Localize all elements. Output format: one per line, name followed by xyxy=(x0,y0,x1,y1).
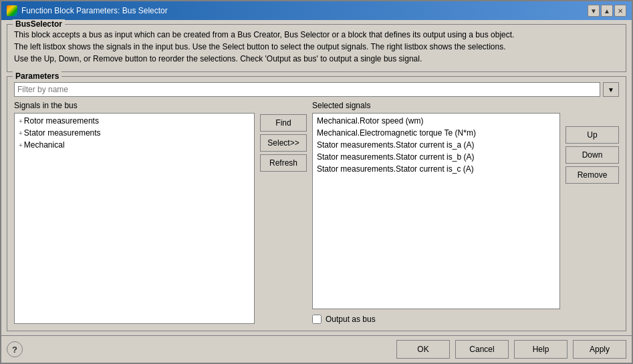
remove-button[interactable]: Remove xyxy=(565,166,619,184)
signal-text: Mechanical xyxy=(24,140,65,150)
selected-signal-text: Stator measurements.Stator current is_a … xyxy=(317,140,474,150)
selected-signal-text: Mechanical.Rotor speed (wm) xyxy=(317,116,423,126)
output-as-bus-label: Output as bus xyxy=(326,315,376,324)
list-item[interactable]: Stator measurements.Stator current is_c … xyxy=(314,163,558,175)
list-item[interactable]: Stator measurements.Stator current is_b … xyxy=(314,151,558,163)
main-window: Function Block Parameters: Bus Selector … xyxy=(0,0,633,364)
desc-line2: The left listbox shows the signals in th… xyxy=(14,42,506,51)
desc-line1: This block accepts a bus as input which … xyxy=(14,30,514,39)
middle-buttons: Find Select>> Refresh xyxy=(260,101,307,324)
filter-row: ▼ xyxy=(14,82,619,97)
cancel-button[interactable]: Cancel xyxy=(455,340,509,359)
signals-label: Signals in the bus xyxy=(14,101,255,110)
bottom-left: ? xyxy=(7,341,23,357)
filter-dropdown-button[interactable]: ▼ xyxy=(603,82,619,97)
title-bar: Function Block Parameters: Bus Selector … xyxy=(1,1,632,20)
bus-selector-group: BusSelector This block accepts a bus as … xyxy=(7,24,626,72)
close-button[interactable]: ✕ xyxy=(614,5,626,17)
minimize-button[interactable]: ▼ xyxy=(588,5,600,17)
description: This block accepts a bus as input which … xyxy=(14,29,619,65)
window-title: Function Block Parameters: Bus Selector xyxy=(21,6,168,15)
expand-icon: + xyxy=(19,142,23,149)
down-button[interactable]: Down xyxy=(565,146,619,164)
output-as-bus-checkbox[interactable] xyxy=(312,315,322,324)
list-item[interactable]: Stator measurements.Stator current is_a … xyxy=(314,139,558,151)
list-item[interactable]: + Mechanical xyxy=(16,139,253,151)
find-button[interactable]: Find xyxy=(260,114,307,132)
close-icon: ✕ xyxy=(618,7,623,15)
help-button[interactable]: Help xyxy=(514,340,567,359)
title-bar-controls: ▼ ▲ ✕ xyxy=(588,5,626,17)
list-item[interactable]: Mechanical.Electromagnetic torque Te (N*… xyxy=(314,127,558,139)
left-panel: Signals in the bus + Rotor measurements … xyxy=(14,101,255,324)
list-item[interactable]: + Rotor measurements xyxy=(16,115,253,127)
refresh-button[interactable]: Refresh xyxy=(260,154,307,172)
maximize-icon: ▲ xyxy=(604,7,610,15)
desc-line3: Use the Up, Down, or Remove button to re… xyxy=(14,54,422,63)
bottom-bar: ? OK Cancel Help Apply xyxy=(1,335,632,363)
minimize-icon: ▼ xyxy=(590,7,597,15)
selected-row: Mechanical.Rotor speed (wm) Mechanical.E… xyxy=(312,113,619,309)
expand-icon: + xyxy=(19,118,23,125)
bus-selector-label: BusSelector xyxy=(13,19,65,29)
selected-signal-text: Mechanical.Electromagnetic torque Te (N*… xyxy=(317,128,476,138)
selected-signals-listbox[interactable]: Mechanical.Rotor speed (wm) Mechanical.E… xyxy=(312,113,560,309)
right-buttons: Up Down Remove xyxy=(565,113,619,309)
maximize-button[interactable]: ▲ xyxy=(601,5,613,17)
simulink-icon xyxy=(7,5,17,16)
output-bus-row: Output as bus xyxy=(312,315,619,324)
params-inner: ▼ Signals in the bus + Rotor measurement… xyxy=(14,82,619,324)
list-item[interactable]: Mechanical.Rotor speed (wm) xyxy=(314,115,558,127)
bottom-buttons: OK Cancel Help Apply xyxy=(396,340,626,359)
title-bar-left: Function Block Parameters: Bus Selector xyxy=(7,5,168,16)
filter-input[interactable] xyxy=(14,82,600,97)
right-area: Selected signals Mechanical.Rotor speed … xyxy=(312,101,619,324)
content-area: BusSelector This block accepts a bus as … xyxy=(1,20,632,335)
parameters-section: Parameters ▼ Signals in the bus + xyxy=(7,76,626,331)
selected-signals-label: Selected signals xyxy=(312,101,619,110)
lists-area: Signals in the bus + Rotor measurements … xyxy=(14,101,619,324)
signals-listbox[interactable]: + Rotor measurements + Stator measuremen… xyxy=(14,113,255,324)
help-icon-button[interactable]: ? xyxy=(7,341,23,357)
expand-icon: + xyxy=(19,130,23,137)
up-button[interactable]: Up xyxy=(565,126,619,144)
selected-signal-text: Stator measurements.Stator current is_b … xyxy=(317,152,474,162)
signal-text: Rotor measurements xyxy=(24,116,99,126)
parameters-label: Parameters xyxy=(13,71,61,81)
signal-text: Stator measurements xyxy=(24,128,101,138)
selected-signal-text: Stator measurements.Stator current is_c … xyxy=(317,164,474,174)
list-item[interactable]: + Stator measurements xyxy=(16,127,253,139)
apply-button[interactable]: Apply xyxy=(573,340,626,359)
ok-button[interactable]: OK xyxy=(396,340,450,359)
select-button[interactable]: Select>> xyxy=(260,134,307,152)
